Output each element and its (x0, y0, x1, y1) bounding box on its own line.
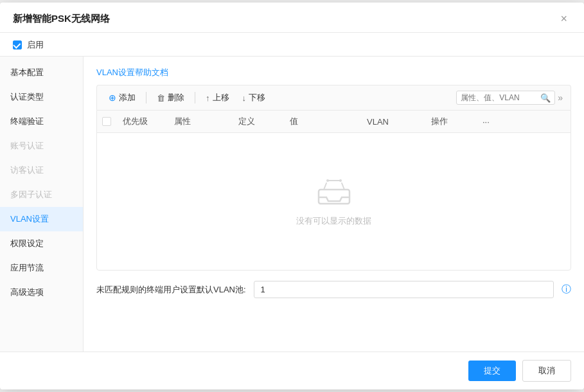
enable-row: 启用 (0, 33, 584, 56)
col-priority: 优先级 (118, 116, 169, 127)
separator-2 (195, 92, 195, 103)
info-icon[interactable]: ⓘ (562, 283, 571, 296)
default-vlan-input[interactable] (254, 281, 554, 298)
separator-1 (146, 92, 146, 103)
sidebar: 基本配置 认证类型 终端验证 账号认证 访客认证 多因子认证 VLAN设置 权限… (0, 57, 84, 352)
search-input[interactable] (461, 91, 538, 104)
delete-button[interactable]: 🗑 删除 (150, 89, 191, 106)
svg-point-2 (339, 179, 342, 182)
table-container: 优先级 属性 定义 值 VLAN 操作 ··· (96, 110, 571, 271)
default-vlan-label: 未匹配规则的终端用户设置默认VLAN池: (96, 284, 246, 296)
col-action: 操作 (426, 116, 477, 127)
dialog-title: 新增智能PSK无线网络 (13, 13, 110, 25)
search-box: 🔍 (456, 91, 555, 105)
sidebar-item-terminal-auth[interactable]: 终端验证 (0, 109, 83, 134)
add-label: 添加 (119, 92, 136, 103)
main-content: VLAN设置帮助文档 ⊕ 添加 🗑 删除 ↑ 上移 ↓ (84, 57, 584, 352)
enable-checkbox[interactable] (13, 40, 22, 49)
svg-point-1 (326, 179, 329, 182)
delete-icon: 🗑 (157, 93, 165, 103)
empty-text: 没有可以显示的数据 (296, 215, 371, 227)
sidebar-item-permissions[interactable]: 权限设定 (0, 231, 83, 256)
submit-button[interactable]: 提交 (468, 361, 516, 381)
col-attribute: 属性 (169, 116, 233, 127)
expand-icon[interactable]: » (555, 93, 565, 103)
add-button[interactable]: ⊕ 添加 (102, 89, 142, 106)
sidebar-item-guest-auth: 访客认证 (0, 158, 83, 183)
move-up-button[interactable]: ↑ 上移 (199, 89, 236, 106)
sidebar-item-basic[interactable]: 基本配置 (0, 60, 83, 85)
col-more: ··· (477, 117, 503, 127)
dialog-body: 基本配置 认证类型 终端验证 账号认证 访客认证 多因子认证 VLAN设置 权限… (0, 56, 584, 352)
sidebar-item-app-qos[interactable]: 应用节流 (0, 256, 83, 280)
cancel-button[interactable]: 取消 (522, 360, 571, 382)
col-checkbox (97, 117, 118, 126)
delete-label: 删除 (168, 92, 184, 103)
dialog: 新增智能PSK无线网络 × 启用 基本配置 认证类型 终端验证 账号认证 访客认… (0, 3, 584, 389)
add-icon: ⊕ (109, 93, 116, 103)
sidebar-item-account-auth: 账号认证 (0, 134, 83, 158)
sidebar-item-vlan[interactable]: VLAN设置 (0, 207, 83, 231)
bottom-section: 未匹配规则的终端用户设置默认VLAN池: ⓘ (96, 281, 571, 298)
search-icon[interactable]: 🔍 (540, 93, 551, 103)
move-up-icon: ↑ (206, 93, 210, 103)
move-up-label: 上移 (213, 92, 229, 103)
close-button[interactable]: × (556, 12, 571, 26)
table-empty-state: 没有可以显示的数据 (97, 133, 571, 262)
empty-data-icon (314, 174, 355, 208)
dialog-footer: 提交 取消 (0, 352, 584, 389)
table-header: 优先级 属性 定义 值 VLAN 操作 ··· (97, 111, 571, 133)
col-value: 值 (285, 116, 362, 127)
dialog-header: 新增智能PSK无线网络 × (0, 3, 584, 33)
move-down-icon: ↓ (242, 93, 247, 103)
sidebar-item-auth-type[interactable]: 认证类型 (0, 85, 83, 109)
move-down-button[interactable]: ↓ 下移 (236, 89, 272, 106)
col-vlan: VLAN (362, 117, 426, 127)
sidebar-item-mfa: 多因子认证 (0, 183, 83, 207)
toolbar: ⊕ 添加 🗑 删除 ↑ 上移 ↓ 下移 (96, 85, 571, 110)
enable-label: 启用 (27, 39, 44, 51)
col-definition: 定义 (233, 116, 285, 127)
sidebar-item-advanced[interactable]: 高级选项 (0, 280, 83, 305)
move-down-label: 下移 (249, 92, 265, 103)
vlan-help-link[interactable]: VLAN设置帮助文档 (96, 67, 168, 78)
